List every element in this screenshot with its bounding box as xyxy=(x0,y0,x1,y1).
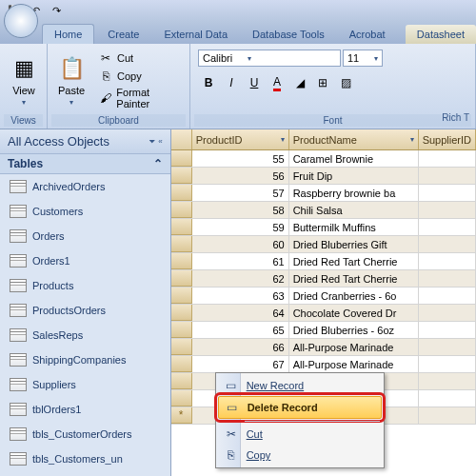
ctx-copy[interactable]: ⎘Copy xyxy=(218,445,382,466)
table-row[interactable]: 63Dried Cranberries - 6o xyxy=(171,288,476,305)
table-row[interactable]: 56Fruit Dip xyxy=(171,168,476,185)
row-selector[interactable] xyxy=(171,356,192,372)
nav-table-item[interactable]: Orders1 xyxy=(0,248,170,273)
nav-table-item[interactable]: SalesReps xyxy=(0,323,170,347)
gridlines-button[interactable]: ⊞ xyxy=(312,72,333,93)
font-color-button[interactable]: A xyxy=(267,72,288,93)
cut-button[interactable]: ✂Cut xyxy=(95,50,186,67)
row-selector[interactable] xyxy=(171,339,192,355)
row-selector[interactable] xyxy=(171,305,192,321)
tab-external-data[interactable]: External Data xyxy=(152,25,239,44)
nav-table-item[interactable]: Customers xyxy=(0,199,170,224)
cell-productname[interactable]: Raspberry brownie ba xyxy=(289,185,419,201)
cell-supplierid[interactable] xyxy=(419,339,476,355)
table-row[interactable]: 57Raspberry brownie ba xyxy=(171,185,476,202)
ctx-cut[interactable]: ✂Cut xyxy=(218,424,382,445)
cell-supplierid[interactable] xyxy=(419,322,476,338)
column-productid[interactable]: ProductID▾ xyxy=(192,129,289,149)
tab-datasheet[interactable]: Datasheet xyxy=(406,25,476,44)
row-selector[interactable] xyxy=(171,219,192,235)
ctx-new-record[interactable]: ▭New Record xyxy=(218,375,382,396)
cell-productid[interactable]: 67 xyxy=(192,356,289,372)
column-supplierid[interactable]: SupplierID xyxy=(419,129,476,149)
cell-productid[interactable]: 56 xyxy=(192,168,289,184)
row-selector[interactable] xyxy=(171,150,192,167)
cell-productid[interactable]: 57 xyxy=(192,185,289,201)
nav-table-item[interactable]: tbls_Customers_Upd xyxy=(0,471,170,476)
table-row[interactable]: 61Dried Red Tart Cherrie xyxy=(171,253,476,270)
cell-productid[interactable]: 65 xyxy=(192,322,289,338)
cell-productid[interactable]: 66 xyxy=(192,339,289,355)
bold-button[interactable]: B xyxy=(198,72,219,93)
cell-productname[interactable]: Caramel Brownie xyxy=(289,150,419,167)
table-row[interactable]: 59Buttermilk Muffins xyxy=(171,219,476,236)
table-row[interactable]: 62Dried Red Tart Cherrie xyxy=(171,270,476,288)
cell-supplierid[interactable] xyxy=(419,305,476,321)
row-selector[interactable] xyxy=(171,236,192,252)
tab-create[interactable]: Create xyxy=(96,25,150,44)
nav-table-item[interactable]: tbls_CustomerOrders xyxy=(0,422,170,446)
row-selector[interactable] xyxy=(171,288,192,304)
paste-button[interactable]: 📋 Paste ▾ xyxy=(51,52,91,109)
nav-pane-header[interactable]: All Access Objects ⏷ « xyxy=(0,129,170,154)
office-button[interactable] xyxy=(4,4,38,38)
cell-supplierid[interactable] xyxy=(419,253,476,269)
cell-productid[interactable]: 58 xyxy=(192,202,289,218)
cell-productname[interactable]: Chili Salsa xyxy=(289,202,419,218)
cell-productname[interactable]: Dried Cranberries - 6o xyxy=(289,288,419,304)
table-row[interactable]: 66All-Purpose Marinade xyxy=(171,339,476,356)
font-name-selector[interactable]: Calibri▾ xyxy=(198,50,341,67)
nav-table-item[interactable]: ArchivedOrders xyxy=(0,174,170,199)
format-painter-button[interactable]: 🖌Format Painter xyxy=(95,86,186,110)
cell-productname[interactable]: Buttermilk Muffins xyxy=(289,219,419,235)
nav-table-item[interactable]: tbls_Customers_un xyxy=(0,446,170,471)
redo-icon[interactable]: ↷ xyxy=(48,2,65,19)
copy-button[interactable]: ⎘Copy xyxy=(95,68,186,85)
table-row[interactable]: 67All-Purpose Marinade xyxy=(171,356,476,373)
nav-table-item[interactable]: Orders xyxy=(0,224,170,248)
nav-table-item[interactable]: ShippingCompanies xyxy=(0,347,170,372)
cell-supplierid[interactable] xyxy=(419,236,476,252)
nav-group-tables[interactable]: Tables ⌃ xyxy=(0,154,170,174)
cell-productid[interactable]: 63 xyxy=(192,288,289,304)
cell-productid[interactable]: 62 xyxy=(192,270,289,287)
table-row[interactable]: 65Dried Bluberries - 6oz xyxy=(171,322,476,339)
cell-supplierid[interactable] xyxy=(419,356,476,372)
row-selector[interactable] xyxy=(171,202,192,218)
nav-table-item[interactable]: tblOrders1 xyxy=(0,397,170,422)
cell-productname[interactable]: Dried Bluberries - 6oz xyxy=(289,322,419,338)
italic-button[interactable]: I xyxy=(221,72,242,93)
cell-productname[interactable]: Dried Bluberries Gift xyxy=(289,236,419,252)
table-row[interactable]: 55Caramel Brownie xyxy=(171,150,476,168)
cell-supplierid[interactable] xyxy=(419,390,476,407)
cell-supplierid[interactable] xyxy=(419,202,476,218)
tab-database-tools[interactable]: Database Tools xyxy=(241,25,336,44)
table-row[interactable]: 60Dried Bluberries Gift xyxy=(171,236,476,253)
row-selector[interactable] xyxy=(171,185,192,201)
tab-acrobat[interactable]: Acrobat xyxy=(338,25,397,44)
row-selector[interactable] xyxy=(171,322,192,338)
cell-supplierid[interactable] xyxy=(419,168,476,184)
cell-supplierid[interactable] xyxy=(419,288,476,304)
cell-supplierid[interactable] xyxy=(419,185,476,201)
cell-supplierid[interactable] xyxy=(419,219,476,235)
row-selector[interactable] xyxy=(171,390,192,407)
row-selector[interactable] xyxy=(171,270,192,287)
row-selector[interactable]: * xyxy=(171,407,192,424)
row-selector[interactable] xyxy=(171,373,192,389)
cell-productname[interactable]: Fruit Dip xyxy=(289,168,419,184)
cell-productname[interactable]: Chocolate Covered Dr xyxy=(289,305,419,321)
row-selector[interactable] xyxy=(171,168,192,184)
cell-productname[interactable]: All-Purpose Marinade xyxy=(289,339,419,355)
cell-productname[interactable]: All-Purpose Marinade xyxy=(289,356,419,372)
nav-table-item[interactable]: Products xyxy=(0,273,170,298)
ctx-delete-record[interactable]: ▭Delete Record xyxy=(218,396,382,419)
cell-productid[interactable]: 60 xyxy=(192,236,289,252)
cell-supplierid[interactable] xyxy=(419,150,476,167)
tab-home[interactable]: Home xyxy=(42,24,94,44)
font-size-selector[interactable]: 11▾ xyxy=(343,50,383,67)
cell-productname[interactable]: Dried Red Tart Cherrie xyxy=(289,253,419,269)
cell-productname[interactable]: Dried Red Tart Cherrie xyxy=(289,270,419,287)
select-all-cell[interactable] xyxy=(171,129,192,149)
nav-table-item[interactable]: Suppliers xyxy=(0,372,170,397)
